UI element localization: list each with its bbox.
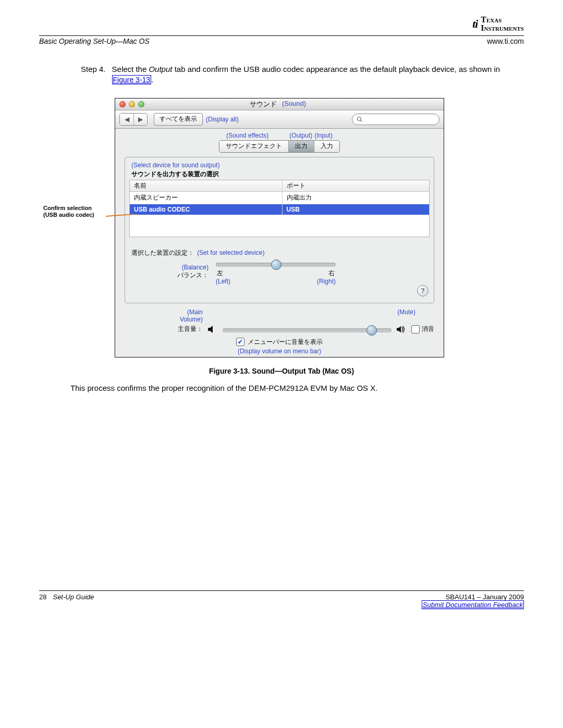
tab-sound-effects[interactable]: サウンドエフェクト	[219, 141, 289, 152]
step-label: Step 4.	[81, 64, 106, 85]
minimize-icon[interactable]	[129, 101, 135, 107]
menubar-checkbox[interactable]	[236, 338, 244, 346]
menubar-en: (Display volume on menu bar)	[125, 348, 434, 355]
volume-slider[interactable]	[223, 328, 391, 332]
conclusion-text: This process confirms the proper recogni…	[70, 384, 524, 392]
tab-output[interactable]: 出力	[289, 141, 314, 152]
confirm-note-line2: (USB audio codec)	[43, 212, 115, 218]
tab-input[interactable]: 入力	[314, 141, 339, 152]
tab-annot-output: (Output)	[289, 132, 312, 139]
svg-marker-5	[397, 326, 401, 332]
col-name: 名前	[130, 180, 283, 191]
main-volume-annot1: (Main	[125, 309, 203, 316]
table-row[interactable]: 内蔵スピーカー 内蔵出力	[130, 192, 429, 204]
balance-right-jp: 右	[328, 269, 335, 278]
brand-line1: Texas	[481, 16, 524, 24]
volume-low-icon	[208, 326, 217, 333]
guide-title: Set-Up Guide	[53, 593, 94, 609]
select-device-en: (Select device for sound output)	[131, 162, 434, 169]
tab-annot-input: (Input)	[314, 132, 333, 139]
search-icon	[357, 116, 363, 122]
section-title: Basic Operating Set-Up—Mac OS	[39, 37, 150, 45]
set-for-jp: 選択した装置の設定：	[131, 249, 194, 256]
svg-line-3	[361, 120, 362, 121]
doc-id: SBAU141 – January 2009	[422, 593, 524, 601]
zoom-icon[interactable]	[138, 101, 144, 107]
site-url: www.ti.com	[487, 37, 524, 45]
footer-rule	[39, 590, 524, 591]
select-device-jp: サウンドを出力する装置の選択	[131, 170, 434, 179]
mute-checkbox[interactable]	[411, 325, 420, 334]
help-button[interactable]: ?	[417, 285, 429, 297]
mute-annot: (Mute)	[397, 309, 415, 323]
output-panel: (Select device for sound output) サウンドを出力…	[125, 157, 434, 303]
slider-thumb[interactable]	[366, 325, 377, 336]
svg-point-2	[358, 117, 361, 120]
window-title-jp: サウンド	[250, 100, 277, 109]
back-button[interactable]: ◀	[120, 114, 133, 125]
col-port: ポート	[283, 180, 429, 191]
forward-button[interactable]: ▶	[133, 114, 147, 125]
search-input[interactable]	[352, 114, 439, 125]
device-table[interactable]: 名前 ポート 内蔵スピーカー 内蔵出力 USB audio CODEC USB	[129, 180, 430, 237]
nav-back-forward[interactable]: ◀ ▶	[119, 113, 148, 126]
tab-annot-sound-effects: (Sound effects)	[226, 132, 268, 139]
balance-slider[interactable]	[216, 263, 336, 267]
titlebar: サウンド (Sound)	[115, 98, 444, 110]
volume-high-icon	[397, 325, 406, 334]
feedback-link[interactable]: Submit Documentation Feedback	[422, 600, 524, 609]
balance-en: (Balance)	[146, 264, 209, 271]
table-row[interactable]: USB audio CODEC USB	[130, 204, 429, 215]
figure-link[interactable]: Figure 3-13	[112, 75, 152, 84]
mac-sound-panel: サウンド (Sound) ◀ ▶ すべてを表示 (Display all)	[115, 98, 444, 357]
balance-left-jp: 左	[217, 269, 223, 278]
page-number: 28	[39, 593, 46, 609]
ti-mark: ti	[472, 17, 478, 31]
close-icon[interactable]	[119, 101, 126, 107]
step-body: Select the Output tab and confirm the US…	[112, 64, 524, 85]
show-all-button[interactable]: すべてを表示	[154, 113, 203, 126]
figure-caption: Figure 3-13. Sound—Output Tab (Mac OS)	[39, 367, 524, 375]
slider-thumb[interactable]	[271, 260, 282, 270]
tab-group: サウンドエフェクト 出力 入力	[219, 140, 340, 153]
svg-line-0	[106, 214, 161, 216]
mute-jp: 消音	[422, 325, 434, 334]
svg-marker-4	[208, 326, 213, 333]
show-all-annotation: (Display all)	[206, 116, 239, 123]
brand-line2: Instruments	[481, 24, 524, 32]
arrow-icon	[106, 214, 168, 224]
balance-left-en: (Left)	[216, 278, 230, 285]
balance-right-en: (Right)	[317, 278, 336, 285]
output-emphasis: Output	[149, 65, 172, 73]
header-rule	[39, 35, 524, 36]
menubar-jp: メニューバーに音量を表示	[248, 338, 323, 347]
ti-logo: ti Texas Instruments	[39, 16, 524, 32]
confirm-note-line1: Confirm selection	[43, 205, 115, 212]
main-volume-jp: 主音量：	[178, 325, 203, 332]
main-volume-annot2: Volume)	[125, 316, 203, 323]
window-title-en: (Sound)	[282, 100, 306, 109]
balance-jp: バランス：	[146, 271, 209, 280]
set-for-en: (Set for selected device)	[197, 249, 264, 256]
toolbar: ◀ ▶ すべてを表示 (Display all)	[115, 110, 444, 129]
